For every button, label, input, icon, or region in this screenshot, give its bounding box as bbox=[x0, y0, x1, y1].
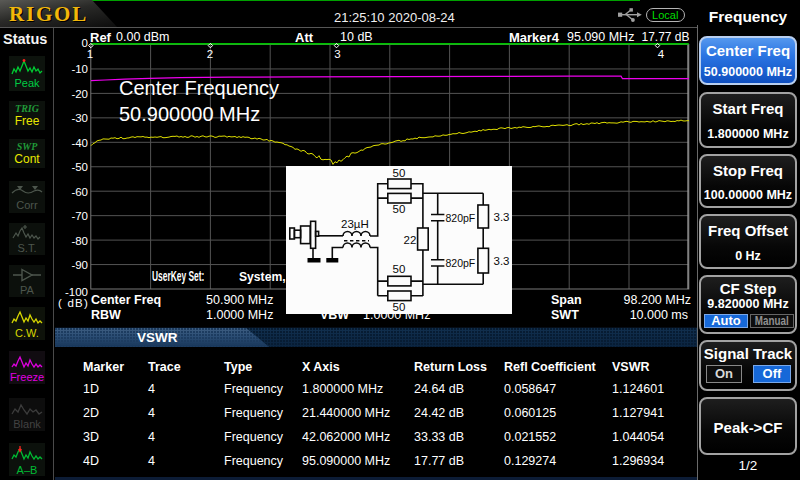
svg-text:3.3: 3.3 bbox=[494, 211, 510, 223]
svg-text:22: 22 bbox=[404, 234, 417, 246]
svg-text:3.3: 3.3 bbox=[494, 255, 510, 267]
svg-text:3: 3 bbox=[334, 48, 340, 60]
svg-text:50: 50 bbox=[393, 301, 406, 313]
svg-text:4: 4 bbox=[658, 48, 665, 60]
svg-text:1: 1 bbox=[87, 48, 93, 60]
svg-text:50: 50 bbox=[393, 203, 406, 215]
svg-text:2: 2 bbox=[207, 48, 213, 60]
svg-text:820pF: 820pF bbox=[446, 257, 476, 269]
svg-text:820pF: 820pF bbox=[446, 212, 476, 224]
svg-text:50: 50 bbox=[393, 263, 406, 275]
svg-text:50: 50 bbox=[393, 167, 406, 179]
svg-text:23µH: 23µH bbox=[341, 218, 369, 230]
